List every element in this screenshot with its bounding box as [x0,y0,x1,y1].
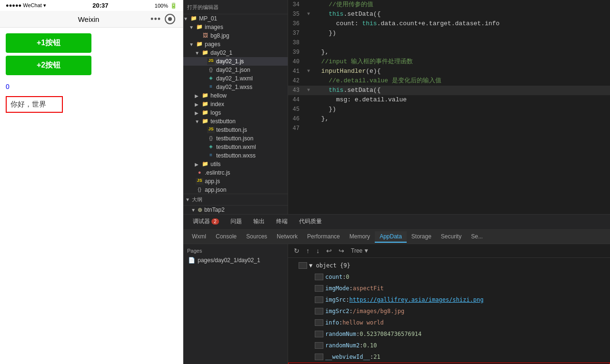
bottom-content: Pages 📄 pages/day02_1/day02_1 ↻ ↑ ↓ ↩ ↪ … [183,244,610,364]
tree-item-day02_1_wxml[interactable]: ◈day02_1.wxml [183,74,288,83]
bottom-tab-调试器[interactable]: 调试器2 [187,216,225,228]
field-checkbox[interactable] [315,285,323,292]
tree-item-app_js[interactable]: JSapp.js [183,177,288,186]
field-checkbox[interactable] [315,308,323,315]
tab-label: Console [216,233,237,240]
debugger-tab-Sources[interactable]: Sources [241,231,272,243]
fold-icon[interactable]: ▼ [305,67,312,76]
tab-label: Performance [307,233,340,240]
js-icon: JS [207,127,215,133]
file-tree[interactable]: 打开的编辑器 ▼📁MP_01▼📁images🖼bg8.jpg▼📁pages▼📁d… [183,0,288,214]
tree-item-testbutton_wxss[interactable]: ≡testbutton.wxss [183,151,288,160]
tree-item-index[interactable]: ▶📁index [183,100,288,108]
tree-arrow-icon: ▶ [195,102,201,107]
tree-item-day02_1_json[interactable]: {}day02_1.json [183,66,288,74]
tab-label: Sources [246,233,267,240]
field-checkbox[interactable] [315,274,323,280]
tree-item-pages[interactable]: ▼📁pages [183,40,288,49]
collapse-button[interactable]: ↓ [314,246,321,256]
bottom-tab-问题[interactable]: 问题 [225,216,248,228]
field-value: hellow world [342,318,384,327]
debugger-tab-Storage[interactable]: Storage [407,231,436,243]
debugger-tab-Network[interactable]: Network [272,231,302,243]
tree-item-testbutton[interactable]: ▼📁testbutton [183,117,288,126]
tree-label: hellow [210,92,227,99]
phone-buttons: +1按钮 +2按钮 [0,28,183,81]
battery-icon: 🔋 [170,2,177,9]
code-line-38: 38 [288,38,610,48]
tree-label: testbutton [210,118,236,125]
tab-badge: 2 [211,218,219,225]
tree-select[interactable]: Tree ▼ [351,247,369,254]
tree-label: Tree [351,247,362,254]
nav-circle-icon[interactable] [165,14,175,24]
tree-item-day02_1[interactable]: ▼📁day02_1 [183,49,288,57]
tree-label: testbutton.json [216,135,253,142]
expand-button[interactable]: ↑ [304,246,311,256]
bottom-tab-终端[interactable]: 终端 [270,216,293,228]
field-checkbox[interactable] [315,331,323,337]
tree-item-bg8_jpg[interactable]: 🖼bg8.jpg [183,31,288,40]
outline-item-btnTap2[interactable]: ▼ ⊕ btnTap2 [183,206,288,214]
code-line-43: 43 ▼ this.setData({ [288,86,610,95]
debugger-tab-Wxml[interactable]: Wxml [187,231,211,243]
tree-item-app_json[interactable]: {}app.json [183,186,288,194]
undo-button[interactable]: ↩ [324,246,334,256]
field-link[interactable]: https://gallifrey.asia/images/shizi.png [350,295,484,305]
tree-item-_eslintrc_js[interactable]: ●.eslintrc.js [183,168,288,177]
debugger-tab-Performance[interactable]: Performance [302,231,345,243]
field-checkbox[interactable] [315,319,323,326]
tree-item-images[interactable]: ▼📁images [183,23,288,31]
tree-label: MP_01 [199,15,217,22]
code-line-47: 47 [288,124,610,133]
tab-label: Storage [411,233,431,240]
tree-field-row-imgSrc2: imgSrc2 : /images/bg8.jpg [288,305,610,317]
tree-label: testbutton.wxml [216,144,256,150]
tree-item-day02_1_js[interactable]: JSday02_1.js [183,57,288,66]
file-tree-items: ▼📁MP_01▼📁images🖼bg8.jpg▼📁pages▼📁day02_1J… [183,14,288,214]
code-area[interactable]: 34 //使用传参的值 35 ▼ this.setData({ 36 count… [288,0,610,214]
btn2[interactable]: +2按钮 [6,56,91,75]
debugger-tab-Security[interactable]: Security [436,231,466,243]
tree-item-day02_1_wxss[interactable]: ≡day02_1.wxss [183,83,288,91]
root-label: ▼ object {9} [309,261,350,270]
bottom-tab-代码质量[interactable]: 代码质量 [293,216,328,228]
nav-dots-icon[interactable]: ••• [150,14,161,24]
tree-field-row-imgSrc: imgSrc : https://gallifrey.asia/images/s… [288,294,610,305]
tree-item-testbutton_js[interactable]: JStestbutton.js [183,126,288,134]
bottom-tab-输出[interactable]: 输出 [248,216,270,228]
field-key: imgMode [325,284,350,293]
tree-item-MP_01[interactable]: ▼📁MP_01 [183,14,288,23]
line-number: 45 [288,105,305,114]
field-checkbox[interactable] [315,296,323,303]
tree-label: testbutton.wxss [216,152,256,159]
tree-item-testbutton_wxml[interactable]: ◈testbutton.wxml [183,143,288,151]
debugger-tab-Se...[interactable]: Se... [466,231,488,243]
btn1[interactable]: +1按钮 [6,33,91,53]
tree-label: testbutton.js [216,127,247,133]
fold-icon[interactable]: ▼ [305,86,312,95]
tree-item-testbutton_json[interactable]: {}testbutton.json [183,134,288,143]
root-checkbox[interactable] [299,262,307,269]
tree-dropdown-icon: ▼ [363,247,369,254]
line-number: 37 [288,29,305,38]
pages-item[interactable]: 📄 pages/day02_1/day02_1 [183,256,288,265]
code-line-39: 39 }, [288,48,610,57]
js-icon: JS [207,58,215,65]
img-icon: 🖼 [201,32,209,39]
field-checkbox[interactable] [315,342,323,349]
tree-item-utils[interactable]: ▶📁utils [183,160,288,168]
debugger-tab-Memory[interactable]: Memory [345,231,375,243]
bottom-panel: 调试器2问题输出终端代码质量 WxmlConsoleSourcesNetwork… [183,214,610,364]
tree-item-hellow[interactable]: ▶📁hellow [183,91,288,100]
pages-items: 📄 pages/day02_1/day02_1 [183,256,288,265]
redo-button[interactable]: ↪ [337,246,346,256]
tree-label: logs [210,109,221,116]
debugger-tab-Console[interactable]: Console [211,231,241,243]
fold-icon[interactable]: ▼ [305,10,312,19]
refresh-button[interactable]: ↻ [292,246,301,256]
field-checkbox[interactable] [315,354,323,360]
debugger-tab-AppData[interactable]: AppData [375,231,407,243]
tree-item-logs[interactable]: ▶📁logs [183,108,288,117]
outline-items: ▼ ⊕ btnTap2 [183,206,288,214]
